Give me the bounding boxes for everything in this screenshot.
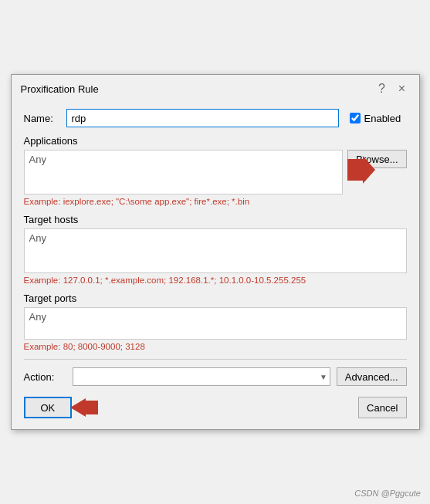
- svg-marker-1: [70, 398, 98, 417]
- enabled-checkbox[interactable]: [350, 113, 361, 123]
- target-ports-textarea[interactable]: Any: [24, 307, 407, 340]
- ok-button[interactable]: OK: [24, 397, 73, 418]
- action-label: Action:: [24, 371, 66, 383]
- target-ports-label: Target ports: [24, 293, 407, 304]
- action-row: Action: ▼ Advanced...: [24, 367, 407, 386]
- bottom-row: OK Cancel: [24, 397, 407, 418]
- target-hosts-label: Target hosts: [24, 214, 407, 225]
- name-input[interactable]: [66, 109, 339, 127]
- applications-label: Applications: [24, 135, 407, 147]
- dialog-body: Name: Enabled Applications Any: [12, 101, 419, 429]
- target-hosts-value: Any: [29, 232, 46, 244]
- action-select[interactable]: [73, 367, 330, 386]
- dialog-title: Proxification Rule: [21, 83, 99, 95]
- cancel-button[interactable]: Cancel: [358, 397, 406, 418]
- target-ports-section: Target ports Any Example: 80; 8000-9000;…: [24, 293, 407, 351]
- target-ports-example: Example: 80; 8000-9000; 3128: [24, 342, 407, 351]
- browse-button[interactable]: Browse...: [347, 150, 406, 168]
- enabled-checkbox-container: Enabled: [350, 113, 407, 124]
- target-ports-value: Any: [29, 311, 46, 323]
- ok-container: OK: [24, 397, 73, 418]
- target-hosts-textarea[interactable]: Any: [24, 228, 407, 273]
- browse-container: Browse...: [347, 150, 406, 168]
- name-label: Name:: [24, 113, 66, 124]
- title-bar: Proxification Rule ? ×: [12, 75, 419, 101]
- title-bar-controls: ? ×: [374, 81, 410, 96]
- watermark: CSDN @Pggcute: [354, 489, 421, 498]
- divider: [24, 359, 407, 360]
- target-hosts-example: Example: 127.0.0.1; *.example.com; 192.1…: [24, 276, 407, 285]
- help-button[interactable]: ?: [374, 81, 390, 96]
- close-button[interactable]: ×: [394, 81, 410, 96]
- name-row: Name: Enabled: [24, 109, 407, 127]
- target-hosts-section: Target hosts Any Example: 127.0.0.1; *.e…: [24, 214, 407, 285]
- applications-browse-wrapper: Any Browse...: [24, 150, 407, 194]
- enabled-label[interactable]: Enabled: [364, 113, 407, 124]
- applications-textarea[interactable]: Any: [24, 150, 344, 194]
- proxification-rule-dialog: Proxification Rule ? × Name: Enabled App…: [11, 74, 420, 430]
- applications-value: Any: [29, 154, 46, 165]
- applications-section: Applications Any Browse... Example: iexp…: [24, 135, 407, 206]
- red-arrow-ok-icon: [70, 398, 98, 417]
- advanced-button[interactable]: Advanced...: [337, 367, 407, 386]
- action-select-wrapper: ▼: [73, 367, 330, 386]
- applications-example: Example: iexplore.exe; "C:\some app.exe"…: [24, 197, 407, 206]
